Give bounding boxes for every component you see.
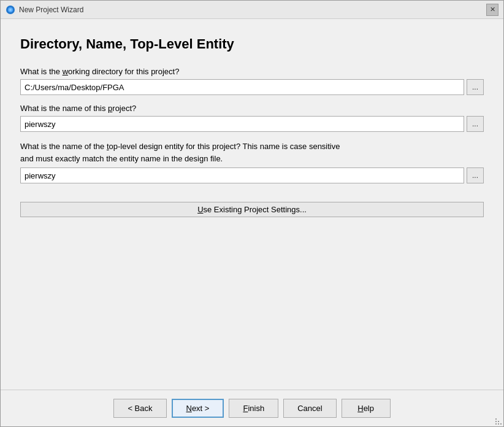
next-underline: N bbox=[186, 404, 192, 413]
project-name-label-underline: p bbox=[108, 104, 112, 113]
help-label-rest: elp bbox=[364, 404, 374, 413]
working-dir-input[interactable] bbox=[20, 79, 464, 95]
svg-point-2 bbox=[9, 9, 12, 11]
resize-handle[interactable] bbox=[495, 418, 502, 425]
title-bar-title: New Project Wizard bbox=[19, 6, 83, 14]
wizard-window: New Project Wizard ✕ Directory, Name, To… bbox=[0, 0, 504, 427]
working-dir-browse-button[interactable]: ... bbox=[467, 79, 484, 95]
project-name-input[interactable] bbox=[20, 116, 464, 132]
wizard-footer: < Back Next > Finish Cancel Help bbox=[1, 390, 503, 426]
project-name-browse-button[interactable]: ... bbox=[467, 116, 484, 132]
app-icon bbox=[6, 5, 15, 15]
working-dir-section: What is the working directory for this p… bbox=[20, 67, 484, 95]
top-level-section: What is the name of the top-level design… bbox=[20, 140, 484, 183]
top-level-input[interactable] bbox=[20, 167, 464, 183]
working-dir-label: What is the working directory for this p… bbox=[20, 67, 484, 76]
back-button[interactable]: < Back bbox=[113, 399, 166, 418]
page-title: Directory, Name, Top-Level Entity bbox=[20, 36, 484, 52]
top-level-browse-button[interactable]: ... bbox=[467, 167, 484, 183]
top-level-label-underline: t bbox=[107, 142, 109, 151]
working-dir-input-row: ... bbox=[20, 79, 484, 95]
finish-label-rest: inish bbox=[248, 404, 264, 413]
finish-button[interactable]: Finish bbox=[229, 399, 278, 418]
help-underline: H bbox=[357, 404, 363, 413]
project-name-section: What is the name of this project? ... bbox=[20, 104, 484, 132]
project-name-label: What is the name of this project? bbox=[20, 104, 484, 113]
cancel-button[interactable]: Cancel bbox=[283, 399, 336, 418]
next-label-rest: ext > bbox=[192, 404, 210, 413]
wizard-content: Directory, Name, Top-Level Entity What i… bbox=[1, 19, 503, 390]
top-level-label: What is the name of the top-level design… bbox=[20, 140, 484, 164]
close-button[interactable]: ✕ bbox=[486, 4, 498, 16]
use-existing-label-rest: se Existing Project Settings... bbox=[204, 205, 307, 214]
top-level-input-row: ... bbox=[20, 167, 484, 183]
use-existing-underline: U bbox=[197, 205, 203, 214]
use-existing-settings-button[interactable]: Use Existing Project Settings... bbox=[20, 202, 484, 217]
project-name-input-row: ... bbox=[20, 116, 484, 132]
next-button[interactable]: Next > bbox=[172, 399, 224, 418]
working-dir-label-underline: w bbox=[63, 67, 68, 76]
title-bar: New Project Wizard ✕ bbox=[1, 1, 503, 19]
help-button[interactable]: Help bbox=[342, 399, 391, 418]
title-bar-left: New Project Wizard bbox=[6, 5, 83, 15]
